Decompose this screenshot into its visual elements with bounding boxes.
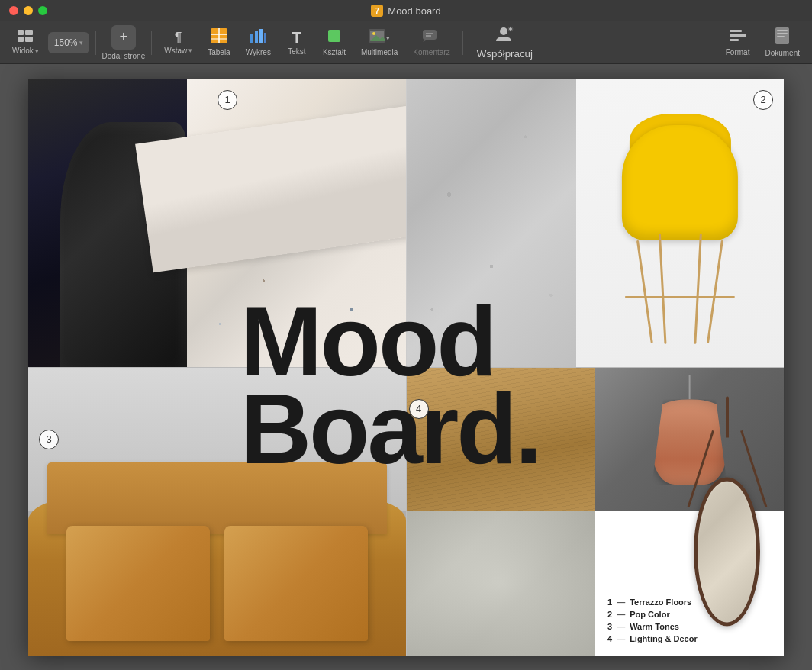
document-button[interactable]: Dokument: [759, 25, 806, 60]
chair-leg-1: [636, 240, 653, 343]
chair-leg-2: [659, 234, 667, 344]
terrazzo-image: [187, 79, 406, 368]
page-badge-3: 3: [39, 430, 59, 449]
chair-leg-4: [707, 240, 723, 343]
chair-seat: [622, 125, 738, 240]
table-label: Tabela: [208, 48, 230, 56]
cell-top-right: [406, 79, 784, 368]
toolbar: Widok ▾ 150% ▾ + Dodaj stronę ¶ Wstaw ▾: [0, 21, 812, 64]
chart-icon: [250, 28, 266, 46]
svg-rect-18: [423, 30, 437, 40]
media-icon-group: ▾: [369, 29, 390, 46]
format-label: Format: [726, 48, 750, 56]
collaborate-button[interactable]: Współpracuj: [469, 25, 540, 60]
traffic-lights: [9, 6, 47, 15]
chair-leg-3: [694, 234, 702, 344]
svg-rect-32: [777, 36, 785, 37]
zoom-button[interactable]: 150% ▾: [48, 32, 89, 53]
text-label: Tekst: [288, 47, 305, 56]
text-icon: T: [292, 30, 301, 45]
svg-rect-30: [777, 30, 788, 31]
svg-rect-0: [18, 30, 24, 35]
svg-marker-21: [423, 40, 427, 42]
person-icon: [495, 26, 514, 46]
app-icon: 7: [371, 5, 383, 17]
zoom-dropdown-icon: ▾: [79, 39, 83, 47]
comment-button[interactable]: Komentarz: [407, 25, 456, 60]
plus-icon: +: [120, 29, 128, 45]
insert-dropdown-icon: ▾: [188, 47, 192, 54]
table-button[interactable]: Tabela: [201, 25, 236, 60]
minimize-button[interactable]: [24, 6, 33, 15]
media-label: Multimedia: [361, 48, 398, 56]
svg-rect-3: [25, 37, 33, 42]
legend-num-4: 4: [607, 634, 612, 643]
cell-bottom-left: [28, 367, 406, 656]
legend-text-4: Lighting & Decor: [630, 634, 698, 643]
svg-rect-13: [328, 30, 340, 42]
page-badge-4: 4: [409, 399, 429, 419]
cell-bottom-right: 1 — Terrazzo Floors 2 — Pop Color 3 — Wa…: [406, 367, 784, 656]
legend-text-1: Terrazzo Floors: [630, 598, 691, 607]
maximize-button[interactable]: [38, 6, 47, 15]
legend-num-2: 2: [607, 610, 612, 619]
cell-top-left: [28, 79, 406, 368]
shape-label: Kształt: [323, 48, 346, 56]
fur-image: [407, 511, 595, 655]
view-dropdown-icon: ▾: [35, 47, 39, 55]
legend-dash-2: —: [617, 610, 625, 619]
media-button[interactable]: ▾ Multimedia: [355, 25, 404, 60]
media-dropdown-icon: ▾: [386, 34, 390, 42]
legend-text-3: Warm Tones: [630, 622, 679, 631]
svg-rect-9: [255, 31, 258, 43]
separator-1: [95, 31, 96, 55]
add-page-button[interactable]: +: [111, 25, 136, 50]
canvas-area: 1 — Terrazzo Floors 2 — Pop Color 3 — Wa…: [0, 64, 812, 670]
close-button[interactable]: [9, 6, 18, 15]
view-button[interactable]: Widok ▾: [6, 25, 45, 60]
svg-rect-27: [730, 34, 746, 37]
sofa-cushion-right: [224, 526, 368, 641]
separator-2: [151, 31, 152, 55]
chart-label: Wykres: [246, 48, 271, 56]
shape-button[interactable]: Kształt: [317, 25, 352, 60]
svg-rect-31: [777, 33, 788, 34]
svg-point-16: [372, 32, 375, 35]
yellow-chair-image: [576, 79, 784, 368]
text-button[interactable]: T Tekst: [280, 25, 314, 60]
collaborate-icon: [495, 26, 514, 46]
legend-text-2: Pop Color: [630, 610, 670, 619]
page-badge-2: 2: [753, 90, 773, 110]
mirror-circle: [694, 477, 760, 627]
legend-dash-4: —: [617, 634, 625, 643]
lamp-cord: [688, 375, 690, 399]
mirror-decoration: [690, 397, 765, 627]
document-label: Dokument: [765, 49, 800, 57]
yellow-chair: [607, 114, 752, 344]
chart-button[interactable]: Wykres: [240, 25, 277, 60]
pages-document[interactable]: 1 — Terrazzo Floors 2 — Pop Color 3 — Wa…: [28, 79, 784, 656]
view-icon: [18, 30, 33, 44]
add-page-group: + Dodaj stronę: [102, 25, 146, 60]
shape-icon: [327, 28, 342, 46]
format-button[interactable]: Format: [720, 25, 756, 60]
mirror-strap-top: [726, 397, 729, 438]
svg-rect-26: [730, 30, 742, 32]
wood-image: [407, 368, 595, 511]
separator-3: [462, 31, 463, 55]
concrete-image: [407, 79, 576, 368]
legend-num-3: 3: [607, 622, 612, 631]
titlebar: 7 Mood board: [0, 0, 812, 21]
paragraph-icon: ¶: [175, 31, 182, 44]
sofa-back: [47, 462, 388, 534]
svg-rect-8: [250, 34, 253, 43]
media-icon: [369, 29, 385, 46]
view-label: Widok: [12, 47, 34, 55]
svg-rect-28: [730, 39, 739, 41]
svg-point-22: [500, 27, 508, 35]
chair-crossbar: [625, 296, 736, 298]
insert-button[interactable]: ¶ Wstaw ▾: [158, 25, 198, 60]
add-page-label: Dodaj stronę: [102, 52, 146, 60]
table-icon: [211, 28, 227, 46]
insert-label: Wstaw: [164, 47, 187, 55]
